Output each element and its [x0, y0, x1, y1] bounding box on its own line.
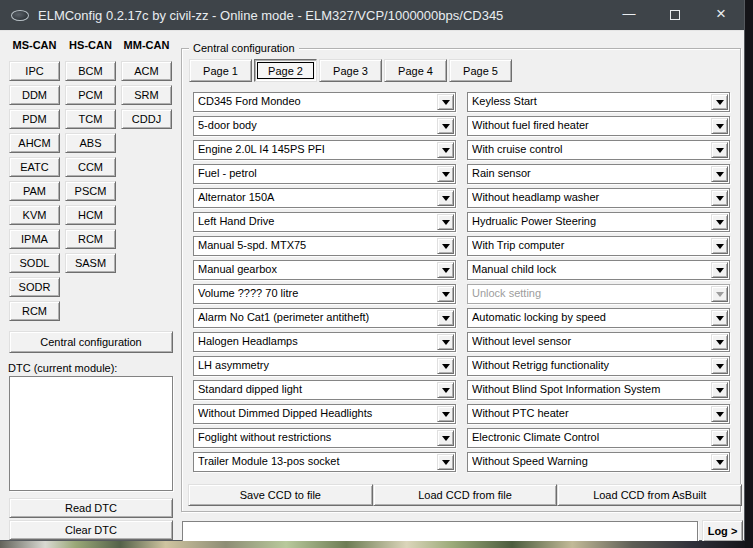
status-input[interactable]	[182, 521, 698, 542]
read-dtc-button[interactable]: Read DTC	[9, 498, 173, 518]
module-button-hs-can-sasm[interactable]: SASM	[65, 253, 116, 273]
config-dropdown-left-4[interactable]: Fuel - petrol	[193, 164, 456, 184]
dropdown-arrow-button[interactable]	[711, 214, 728, 230]
tab-page-5[interactable]: Page 5	[449, 59, 512, 82]
config-dropdown-right-5[interactable]: Without headlamp washer	[467, 188, 730, 208]
minimize-button[interactable]: —	[606, 0, 652, 30]
config-dropdown-right-10[interactable]: Automatic locking by speed	[467, 308, 730, 328]
module-button-ms-can-pdm[interactable]: PDM	[9, 109, 60, 129]
config-dropdown-right-16[interactable]: Without Speed Warning	[467, 452, 730, 472]
config-dropdown-right-12[interactable]: Without Retrigg functionality	[467, 356, 730, 376]
config-dropdown-right-6[interactable]: Hydrualic Power Steering	[467, 212, 730, 232]
config-dropdown-left-10[interactable]: Alarm No Cat1 (perimeter antitheft)	[193, 308, 456, 328]
config-dropdown-right-13[interactable]: Without Blind Spot Information System	[467, 380, 730, 400]
module-button-hs-can-pscm[interactable]: PSCM	[65, 181, 116, 201]
dropdown-arrow-button[interactable]	[437, 190, 454, 206]
dropdown-arrow-button[interactable]	[711, 406, 728, 422]
dropdown-arrow-button[interactable]	[437, 94, 454, 110]
config-dropdown-left-2[interactable]: 5-door body	[193, 116, 456, 136]
config-dropdown-right-14[interactable]: Without PTC heater	[467, 404, 730, 424]
clear-dtc-button[interactable]: Clear DTC	[9, 520, 173, 540]
module-button-ms-can-ahcm[interactable]: AHCM	[9, 133, 60, 153]
dropdown-arrow-button[interactable]	[437, 406, 454, 422]
tab-page-2[interactable]: Page 2	[254, 59, 317, 82]
save-ccd-to-file-button[interactable]: Save CCD to file	[188, 484, 373, 506]
module-button-ms-can-sodr[interactable]: SODR	[9, 277, 60, 297]
dropdown-arrow-button[interactable]	[437, 358, 454, 374]
dropdown-arrow-button[interactable]	[711, 118, 728, 134]
config-dropdown-right-8[interactable]: Manual child lock	[467, 260, 730, 280]
module-button-ms-can-ipma[interactable]: IPMA	[9, 229, 60, 249]
dropdown-arrow-button[interactable]	[437, 382, 454, 398]
config-dropdown-right-1[interactable]: Keyless Start	[467, 92, 730, 112]
load-ccd-from-file-button[interactable]: Load CCD from file	[373, 484, 558, 506]
module-button-hs-can-hcm[interactable]: HCM	[65, 205, 116, 225]
module-button-ms-can-rcm[interactable]: RCM	[9, 301, 60, 321]
config-dropdown-left-8[interactable]: Manual gearbox	[193, 260, 456, 280]
module-button-mm-can-cddj[interactable]: CDDJ	[121, 109, 172, 129]
dropdown-arrow-button[interactable]	[437, 286, 454, 302]
config-dropdown-right-3[interactable]: With cruise control	[467, 140, 730, 160]
dropdown-arrow-button[interactable]	[711, 310, 728, 326]
config-dropdown-left-13[interactable]: Standard dipped light	[193, 380, 456, 400]
module-button-hs-can-bcm[interactable]: BCM	[65, 61, 116, 81]
config-dropdown-right-7[interactable]: With Trip computer	[467, 236, 730, 256]
module-button-ms-can-eatc[interactable]: EATC	[9, 157, 60, 177]
dropdown-arrow-button[interactable]	[437, 238, 454, 254]
dropdown-arrow-button[interactable]	[711, 334, 728, 350]
dropdown-arrow-button[interactable]	[437, 142, 454, 158]
dropdown-arrow-button[interactable]	[711, 238, 728, 254]
dropdown-arrow-button[interactable]	[437, 262, 454, 278]
config-dropdown-left-3[interactable]: Engine 2.0L I4 145PS PFI	[193, 140, 456, 160]
config-dropdown-left-15[interactable]: Foglight without restrictions	[193, 428, 456, 448]
config-dropdown-left-16[interactable]: Trailer Module 13-pos socket	[193, 452, 456, 472]
module-button-mm-can-srm[interactable]: SRM	[121, 85, 172, 105]
dropdown-arrow-button[interactable]	[437, 214, 454, 230]
dropdown-arrow-button[interactable]	[711, 286, 728, 302]
module-button-hs-can-abs[interactable]: ABS	[65, 133, 116, 153]
central-configuration-button[interactable]: Central configuration	[9, 331, 173, 353]
tab-page-4[interactable]: Page 4	[384, 59, 447, 82]
module-button-hs-can-pcm[interactable]: PCM	[65, 85, 116, 105]
module-button-ms-can-pam[interactable]: PAM	[9, 181, 60, 201]
dropdown-arrow-button[interactable]	[437, 334, 454, 350]
module-button-hs-can-rcm[interactable]: RCM	[65, 229, 116, 249]
dtc-textarea[interactable]	[9, 376, 173, 491]
config-dropdown-left-9[interactable]: Volume ???? 70 litre	[193, 284, 456, 304]
dropdown-arrow-button[interactable]	[711, 382, 728, 398]
dropdown-arrow-button[interactable]	[437, 454, 454, 470]
config-dropdown-left-5[interactable]: Alternator 150A	[193, 188, 456, 208]
config-dropdown-left-6[interactable]: Left Hand Drive	[193, 212, 456, 232]
tab-page-1[interactable]: Page 1	[189, 59, 252, 82]
dropdown-arrow-button[interactable]	[711, 430, 728, 446]
config-dropdown-right-11[interactable]: Without level sensor	[467, 332, 730, 352]
config-dropdown-right-2[interactable]: Without fuel fired heater	[467, 116, 730, 136]
module-button-ms-can-ddm[interactable]: DDM	[9, 85, 60, 105]
module-button-mm-can-acm[interactable]: ACM	[121, 61, 172, 81]
dropdown-arrow-button[interactable]	[437, 310, 454, 326]
dropdown-arrow-button[interactable]	[437, 118, 454, 134]
module-button-ms-can-kvm[interactable]: KVM	[9, 205, 60, 225]
dropdown-arrow-button[interactable]	[711, 166, 728, 182]
log-toggle-button[interactable]: Log >	[702, 520, 743, 542]
load-ccd-from-asbuilt-button[interactable]: Load CCD from AsBuilt	[557, 484, 742, 506]
config-dropdown-right-4[interactable]: Rain sensor	[467, 164, 730, 184]
dropdown-arrow-button[interactable]	[437, 430, 454, 446]
module-button-hs-can-tcm[interactable]: TCM	[65, 109, 116, 129]
module-button-hs-can-ccm[interactable]: CCM	[65, 157, 116, 177]
dropdown-arrow-button[interactable]	[711, 94, 728, 110]
config-dropdown-left-1[interactable]: CD345 Ford Mondeo	[193, 92, 456, 112]
config-dropdown-right-15[interactable]: Electronic Climate Control	[467, 428, 730, 448]
maximize-button[interactable]	[652, 0, 698, 30]
module-button-ms-can-sodl[interactable]: SODL	[9, 253, 60, 273]
module-button-ms-can-ipc[interactable]: IPC	[9, 61, 60, 81]
dropdown-arrow-button[interactable]	[711, 142, 728, 158]
dropdown-arrow-button[interactable]	[711, 262, 728, 278]
close-button[interactable]: ×	[698, 0, 744, 30]
config-dropdown-left-14[interactable]: Without Dimmed Dipped Headlights	[193, 404, 456, 424]
config-dropdown-left-11[interactable]: Halogen Headlamps	[193, 332, 456, 352]
dropdown-arrow-button[interactable]	[711, 358, 728, 374]
dropdown-arrow-button[interactable]	[711, 454, 728, 470]
dropdown-arrow-button[interactable]	[437, 166, 454, 182]
config-dropdown-right-9[interactable]: Unlock setting	[467, 284, 730, 304]
